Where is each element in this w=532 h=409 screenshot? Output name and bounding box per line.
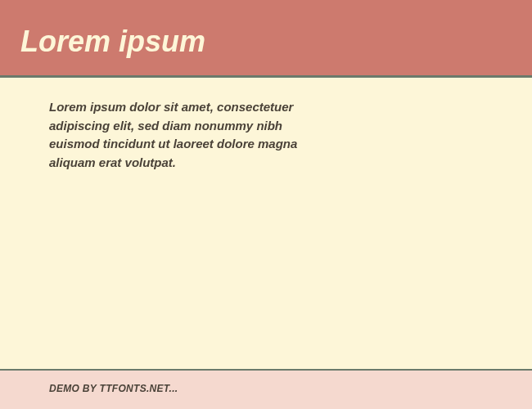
body-text: Lorem ipsum dolor sit amet, consectetuer…: [49, 98, 327, 172]
footer-bar: DEMO BY TTFONTS.NET...: [0, 369, 532, 409]
content-area: Lorem ipsum dolor sit amet, consectetuer…: [0, 77, 532, 369]
footer-attribution: DEMO BY TTFONTS.NET...: [49, 383, 483, 394]
header-banner: Lorem ipsum: [0, 0, 532, 77]
page-title: Lorem ipsum: [20, 25, 512, 59]
